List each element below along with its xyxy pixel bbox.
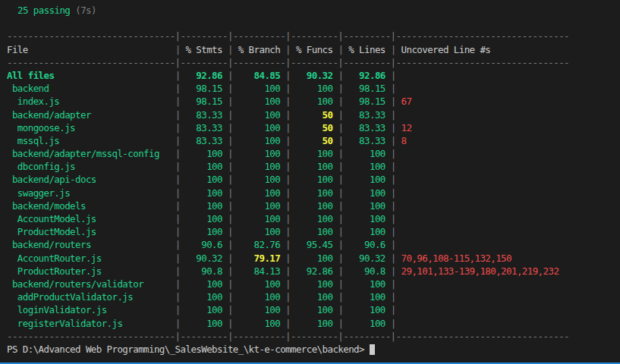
branch-cell: 100 <box>233 278 285 290</box>
stmts-cell: 90.8 <box>181 265 228 277</box>
column-divider: | <box>228 278 233 290</box>
column-divider: | <box>175 200 181 212</box>
coverage-row: ProductModel.js | 100 | 100 | 100 | 100 … <box>7 225 620 238</box>
file-column-header: File <box>7 44 175 55</box>
file-name-cell: mssql.js <box>7 135 175 146</box>
column-divider: | <box>175 318 181 329</box>
lines-cell: 100 <box>343 291 390 303</box>
column-divider: | <box>391 135 396 146</box>
coverage-row: backend/adapter | 83.33 | 100 | 50 | 83.… <box>7 108 620 121</box>
column-divider: | <box>285 96 291 107</box>
column-divider: | <box>228 122 233 133</box>
stmts-cell: 100 <box>181 174 228 185</box>
stmts-cell: 92.86 <box>181 70 228 81</box>
funcs-cell: 50 <box>291 135 338 146</box>
column-divider: | <box>391 304 396 315</box>
column-divider: | <box>285 304 291 315</box>
column-divider: | <box>228 83 233 94</box>
column-divider: | <box>391 278 396 290</box>
branch-cell: 100 <box>233 304 285 315</box>
stmts-cell: 90.32 <box>181 253 228 264</box>
column-divider: | <box>285 148 291 159</box>
column-divider: | <box>175 253 181 264</box>
stmts-cell: 100 <box>181 291 228 303</box>
file-name-cell: registerValidator.js <box>7 318 175 329</box>
lines-cell: 100 <box>343 226 390 237</box>
file-name-cell: backend/api-docs <box>7 174 175 185</box>
column-divider: | <box>228 265 233 277</box>
column-divider: | <box>175 122 181 133</box>
column-divider: | <box>391 122 396 133</box>
column-divider: | <box>391 226 396 237</box>
file-name-cell: backend/adapter/mssql-config <box>7 148 175 159</box>
lines-cell: 90.32 <box>343 253 390 264</box>
column-divider: | <box>285 70 291 81</box>
coverage-row: All files | 92.86 | 84.85 | 90.32 | 92.8… <box>7 69 620 82</box>
column-divider: | <box>391 96 396 107</box>
branch-cell: 100 <box>233 135 285 146</box>
lines-cell: 100 <box>343 318 390 329</box>
test-summary-line: 25 passing (7s) <box>7 4 620 17</box>
column-divider: | <box>285 213 291 224</box>
coverage-row: addProductValidator.js | 100 | 100 | 100… <box>7 290 620 303</box>
column-divider: | <box>391 187 396 199</box>
file-name-cell: loginValidator.js <box>7 304 175 315</box>
column-divider: | <box>228 135 233 146</box>
column-divider: | <box>391 265 396 277</box>
coverage-row: index.js | 98.15 | 100 | 100 | 98.15 | 6… <box>7 95 620 108</box>
lines-cell: 100 <box>343 161 390 172</box>
terminal-cursor[interactable] <box>370 344 376 355</box>
table-separator: --------------------------------|-------… <box>7 330 620 343</box>
branch-cell: 84.13 <box>233 265 285 277</box>
passing-count: 25 passing <box>17 5 70 16</box>
funcs-cell: 100 <box>291 187 338 199</box>
file-name-cell: ProductModel.js <box>7 226 175 237</box>
column-divider: | <box>228 174 233 185</box>
column-divider: | <box>285 109 291 121</box>
column-divider: | <box>391 70 396 81</box>
stmts-cell: 100 <box>181 161 228 172</box>
funcs-cell: 95.45 <box>291 239 338 250</box>
stmts-column-header: % Stmts <box>181 44 228 55</box>
column-divider: | <box>391 213 396 224</box>
column-divider: | <box>175 109 181 121</box>
branch-cell: 100 <box>233 291 285 303</box>
column-divider: | <box>285 187 291 199</box>
lines-cell: 83.33 <box>343 109 390 121</box>
coverage-row: backend/routers | 90.6 | 82.76 | 95.45 |… <box>7 238 620 251</box>
branch-cell: 100 <box>233 109 285 121</box>
lines-cell: 100 <box>343 174 390 185</box>
coverage-table: --------------------------------|-------… <box>7 30 620 343</box>
funcs-column-header: % Funcs <box>291 44 338 55</box>
table-separator: --------------------------------|-------… <box>7 30 620 42</box>
stmts-cell: 83.33 <box>181 109 228 121</box>
branch-cell: 100 <box>233 200 285 212</box>
funcs-cell: 100 <box>291 304 338 315</box>
lines-cell: 98.15 <box>343 83 390 94</box>
column-divider: | <box>175 83 181 94</box>
column-divider: | <box>391 291 396 303</box>
uncovered-lines-cell: 67 <box>396 96 412 107</box>
funcs-cell: 100 <box>291 174 338 185</box>
column-divider: | <box>391 318 396 329</box>
shell-prompt-line[interactable]: PS D:\Advanced Web Programming\_SalesWeb… <box>7 343 620 356</box>
column-divider: | <box>285 291 291 303</box>
file-name-cell: backend/routers/validator <box>7 278 175 290</box>
column-divider: | <box>228 200 233 212</box>
file-name-cell: swagger.js <box>7 187 175 199</box>
column-divider: | <box>285 200 291 212</box>
uncovered-lines-cell: 29,101,133-139,180,201,219,232 <box>396 265 559 277</box>
file-name-cell: backend/routers <box>7 239 175 250</box>
column-divider: | <box>285 161 291 172</box>
column-divider: | <box>175 239 181 250</box>
column-divider: | <box>391 148 396 159</box>
column-divider: | <box>228 161 233 172</box>
file-name-cell: backend/adapter <box>7 109 175 121</box>
column-divider: | <box>285 174 291 185</box>
stmts-cell: 83.33 <box>181 135 228 146</box>
column-divider: | <box>285 239 291 250</box>
blank-line <box>7 17 620 30</box>
funcs-cell: 50 <box>291 109 338 121</box>
branch-cell: 100 <box>233 174 285 185</box>
column-divider: | <box>285 135 291 146</box>
